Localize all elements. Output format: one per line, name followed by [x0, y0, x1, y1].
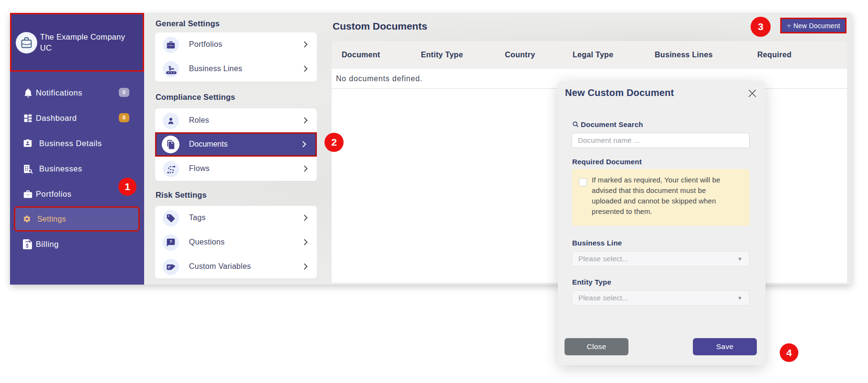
svg-text:?: ?: [169, 239, 172, 244]
